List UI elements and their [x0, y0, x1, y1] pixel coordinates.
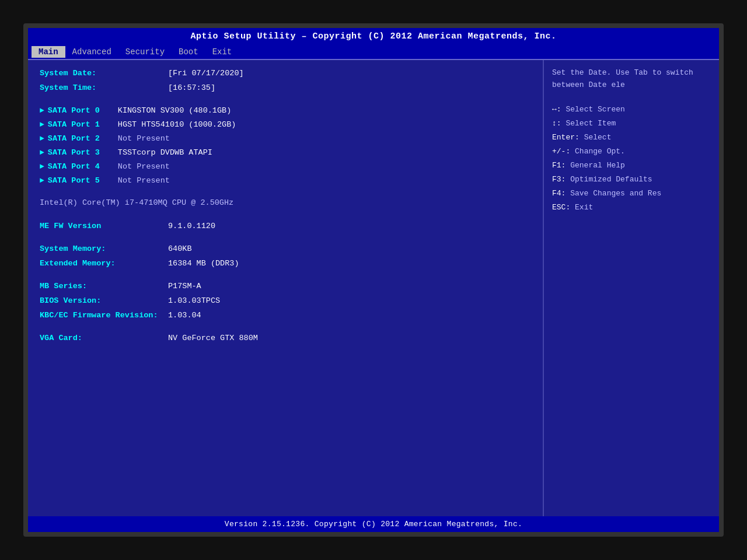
shortcut-desc-f3: Optimized Defaults	[570, 175, 652, 184]
help-panel: Set the Date. Use Tab to switch between …	[544, 60, 719, 516]
sata-port-1-label: SATA Port 1	[48, 118, 118, 132]
sata-port-0-label: SATA Port 0	[48, 104, 118, 118]
shortcut-desc-select-item: Select Item	[566, 119, 616, 128]
content-area: System Date: [Fri 07/17/2020] System Tim…	[28, 60, 719, 516]
shortcut-key-select-item: ↕:	[552, 119, 561, 128]
shortcut-key-f4: F4:	[552, 189, 566, 198]
arrow-icon-1: ►	[40, 118, 44, 131]
cpu-value: Intel(R) Core(TM) i7-4710MQ CPU @ 2.50GH…	[40, 198, 233, 207]
sata-port-3-row[interactable]: ► SATA Port 3 TSSTcorp DVDWB ATAPI	[40, 146, 531, 160]
menu-item-boot[interactable]: Boot	[172, 46, 205, 58]
shortcut-esc: ESC: Exit	[552, 201, 711, 214]
extended-memory-label: Extended Memory:	[40, 257, 168, 271]
kbc-ec-row: KBC/EC Firmware Revision: 1.03.04	[40, 309, 531, 323]
sata-port-5-label: SATA Port 5	[48, 174, 118, 188]
main-panel: System Date: [Fri 07/17/2020] System Tim…	[28, 60, 544, 516]
sata-port-0-value: KINGSTON SV300 (480.1GB)	[118, 104, 231, 118]
sata-port-0-row[interactable]: ► SATA Port 0 KINGSTON SV300 (480.1GB)	[40, 104, 531, 118]
sata-port-5-value: Not Present	[118, 174, 170, 188]
system-time-row: System Time: [16:57:35]	[40, 82, 531, 95]
shortcut-key-f3: F3:	[552, 175, 566, 184]
menu-item-exit[interactable]: Exit	[205, 46, 239, 58]
extended-memory-value: 16384 MB (DDR3)	[168, 257, 239, 271]
shortcut-desc-enter: Select	[584, 133, 612, 142]
shortcut-desc-select-screen: Select Screen	[566, 105, 624, 114]
me-fw-value: 9.1.0.1120	[168, 220, 215, 233]
kbc-ec-value: 1.03.04	[168, 309, 201, 323]
shortcut-enter: Enter: Select	[552, 131, 711, 144]
sata-port-1-value: HGST HTS541010 (1000.2GB)	[118, 118, 236, 132]
shortcut-key-enter: Enter:	[552, 133, 580, 142]
menu-bar: Main Advanced Security Boot Exit	[28, 45, 719, 60]
system-memory-value: 640KB	[168, 243, 192, 256]
sata-port-2-value: Not Present	[118, 132, 170, 146]
title-bar: Aptio Setup Utility – Copyright (C) 2012…	[28, 28, 719, 45]
sata-port-3-value: TSSTcorp DVDWB ATAPI	[118, 146, 212, 160]
sata-port-4-row[interactable]: ► SATA Port 4 Not Present	[40, 160, 531, 174]
shortcut-select-screen: ↔: Select Screen	[552, 103, 711, 116]
shortcut-change-opt: +/-: Change Opt.	[552, 145, 711, 158]
arrow-icon-3: ►	[40, 146, 44, 159]
sata-port-2-label: SATA Port 2	[48, 132, 118, 146]
shortcut-key-esc: ESC:	[552, 203, 570, 212]
shortcut-desc-f4: Save Changes and Res	[570, 189, 661, 198]
system-time-value[interactable]: [16:57:35]	[168, 82, 215, 95]
arrow-icon-5: ►	[40, 174, 44, 187]
mb-series-value: P17SM-A	[168, 280, 201, 293]
shortcut-f4: F4: Save Changes and Res	[552, 187, 711, 200]
shortcut-key-change-opt: +/-:	[552, 147, 570, 156]
cpu-row: Intel(R) Core(TM) i7-4710MQ CPU @ 2.50GH…	[40, 197, 531, 210]
system-date-row: System Date: [Fri 07/17/2020]	[40, 67, 531, 80]
system-date-label: System Date:	[40, 67, 168, 80]
arrow-icon-4: ►	[40, 160, 44, 173]
shortcut-select-item: ↕: Select Item	[552, 117, 711, 130]
bios-version-value: 1.03.03TPCS	[168, 295, 220, 308]
menu-item-advanced[interactable]: Advanced	[65, 46, 118, 58]
vga-card-row: VGA Card: NV GeForce GTX 880M	[40, 332, 531, 345]
bottom-bar-text: Version 2.15.1236. Copyright (C) 2012 Am…	[225, 520, 522, 528]
vga-card-value: NV GeForce GTX 880M	[168, 332, 258, 345]
shortcut-desc-change-opt: Change Opt.	[575, 147, 625, 156]
me-fw-row: ME FW Version 9.1.0.1120	[40, 220, 531, 233]
menu-item-security[interactable]: Security	[118, 46, 172, 58]
bios-version-label: BIOS Version:	[40, 295, 168, 308]
shortcut-f3: F3: Optimized Defaults	[552, 173, 711, 186]
arrow-icon-2: ►	[40, 132, 44, 145]
sata-port-4-label: SATA Port 4	[48, 160, 118, 174]
vga-card-label: VGA Card:	[40, 332, 168, 345]
shortcut-desc-f1: General Help	[570, 161, 625, 170]
shortcut-f1: F1: General Help	[552, 159, 711, 172]
shortcut-desc-esc: Exit	[575, 203, 593, 212]
sata-port-3-label: SATA Port 3	[48, 146, 118, 160]
sata-port-1-row[interactable]: ► SATA Port 1 HGST HTS541010 (1000.2GB)	[40, 118, 531, 132]
bottom-bar: Version 2.15.1236. Copyright (C) 2012 Am…	[28, 516, 719, 532]
bios-version-row: BIOS Version: 1.03.03TPCS	[40, 295, 531, 308]
title-text: Aptio Setup Utility – Copyright (C) 2012…	[190, 32, 556, 41]
help-description: Set the Date. Use Tab to switch between …	[552, 67, 711, 92]
extended-memory-row: Extended Memory: 16384 MB (DDR3)	[40, 257, 531, 271]
monitor: Aptio Setup Utility – Copyright (C) 2012…	[23, 23, 724, 537]
sata-port-2-row[interactable]: ► SATA Port 2 Not Present	[40, 132, 531, 146]
menu-item-main[interactable]: Main	[32, 46, 65, 58]
system-time-label: System Time:	[40, 82, 168, 95]
me-fw-label: ME FW Version	[40, 220, 168, 233]
system-memory-row: System Memory: 640KB	[40, 243, 531, 256]
kbc-ec-label: KBC/EC Firmware Revision:	[40, 309, 168, 323]
sata-port-5-row[interactable]: ► SATA Port 5 Not Present	[40, 174, 531, 188]
shortcut-key-f1: F1:	[552, 161, 566, 170]
mb-series-label: MB Series:	[40, 280, 168, 293]
shortcut-section: ↔: Select Screen ↕: Select Item Enter: S…	[552, 103, 711, 215]
sata-port-4-value: Not Present	[118, 160, 170, 174]
mb-series-row: MB Series: P17SM-A	[40, 280, 531, 293]
shortcut-key-select-screen: ↔:	[552, 105, 561, 114]
system-date-value[interactable]: [Fri 07/17/2020]	[168, 67, 244, 80]
bios-screen: Aptio Setup Utility – Copyright (C) 2012…	[28, 28, 719, 532]
arrow-icon-0: ►	[40, 104, 44, 117]
system-memory-label: System Memory:	[40, 243, 168, 256]
